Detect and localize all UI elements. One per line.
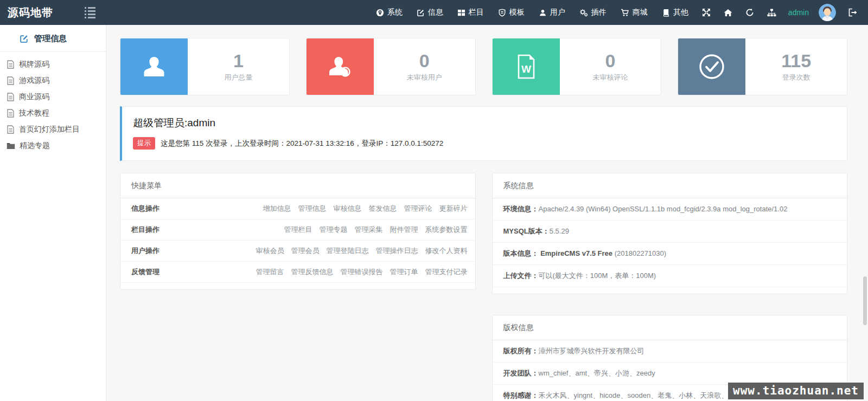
quick-link[interactable]: 审核信息 — [334, 204, 362, 214]
stat-label: 未审核用户 — [407, 73, 442, 82]
quick-menu-row-info: 信息操作 增加信息 管理信息 审核信息 签发信息 管理评论 更新碎片 — [120, 198, 475, 219]
stat-card-login-count[interactable]: 115 登录次数 — [678, 38, 847, 95]
check-circle-icon — [678, 38, 745, 95]
system-info-row-mysql: MYSQL版本：5.5.29 — [493, 221, 847, 243]
file-text-icon — [7, 125, 15, 134]
quick-link[interactable]: 管理订单 — [390, 267, 418, 277]
scrollbar-thumb[interactable] — [863, 276, 867, 325]
home-icon — [724, 9, 732, 17]
stat-value: 1 — [233, 51, 244, 71]
sidebar-item-qipai[interactable]: 棋牌源码 — [0, 56, 106, 73]
topbar: 源码地带 系统 信息 栏目 模板 — [0, 0, 868, 25]
quick-link[interactable]: 管理会员 — [291, 246, 320, 256]
folder-icon — [7, 142, 15, 150]
cart-icon — [621, 9, 629, 17]
user-icon — [539, 9, 547, 17]
sidebar-header-manage-info[interactable]: 管理信息 — [0, 25, 106, 52]
quick-menu-title: 快捷菜单 — [120, 173, 475, 198]
quick-menu-panel: 快捷菜单 信息操作 增加信息 管理信息 审核信息 签发信息 管理评论 更新碎片 — [120, 173, 476, 290]
quick-link[interactable]: 管理栏目 — [284, 225, 312, 235]
quick-link[interactable]: 审核会员 — [256, 246, 284, 256]
file-text-icon — [7, 109, 15, 118]
quick-link[interactable]: 修改个人资料 — [425, 246, 468, 256]
sitemap-button[interactable] — [761, 0, 783, 25]
admin-username[interactable]: admin — [783, 8, 814, 17]
copyright-title: 版权信息 — [493, 315, 847, 340]
nav-item-columns[interactable]: 栏目 — [450, 0, 491, 25]
quick-menu-row-column: 栏目操作 管理栏目 管理专题 管理采集 附件管理 系统参数设置 — [120, 219, 475, 241]
sitemap-icon — [767, 9, 776, 17]
quick-link[interactable]: 管理采集 — [355, 225, 383, 235]
svg-text:W: W — [521, 63, 531, 75]
site-watermark: www.tiaozhuan.net — [728, 383, 864, 399]
nav-item-mall[interactable]: 商城 — [614, 0, 655, 25]
quick-link[interactable]: 签发信息 — [369, 204, 397, 214]
sidebar-item-huandeng[interactable]: 首页幻灯添加栏目 — [0, 121, 106, 138]
file-w-icon: W — [493, 38, 560, 95]
arrows-expand-icon — [702, 8, 711, 17]
sidebar-item-shangye[interactable]: 商业源码 — [0, 89, 106, 105]
quick-link[interactable]: 管理信息 — [298, 204, 327, 214]
quick-link[interactable]: 管理操作日志 — [376, 246, 418, 256]
copyright-row-team: 开发团队：wm_chief、amt、帝兴、小游、zeedy — [493, 363, 847, 385]
edit-icon — [417, 9, 425, 17]
quick-link[interactable]: 管理专题 — [320, 225, 348, 235]
file-text-icon — [7, 93, 15, 101]
quick-link[interactable]: 管理留言 — [256, 267, 284, 277]
quick-menu-row-user: 用户操作 审核会员 管理会员 管理登陆日志 管理操作日志 修改个人资料 — [120, 241, 475, 262]
home-button[interactable] — [717, 0, 739, 25]
welcome-title: 超级管理员:admin — [133, 116, 836, 130]
refresh-button[interactable] — [739, 0, 761, 25]
stat-card-pending-comments[interactable]: W 0 未审核评论 — [492, 38, 662, 95]
nav-item-other[interactable]: 其他 — [655, 0, 695, 25]
quick-link[interactable]: 管理支付记录 — [425, 267, 468, 277]
stat-label: 用户总量 — [224, 73, 252, 82]
user-plus-icon — [307, 38, 374, 95]
system-info-row-env: 环境信息：Apache/2.4.39 (Win64) OpenSSL/1.1.1… — [493, 198, 847, 221]
copyright-row-owner: 版权所有：漳州市芗城帝兴软件开发有限公司 — [493, 340, 847, 363]
login-message: 这是您第 115 次登录，上次登录时间：2021-07-31 13:32:16，… — [161, 139, 443, 148]
nav-item-plugins[interactable]: 插件 — [572, 0, 614, 25]
quick-link[interactable]: 管理反馈信息 — [291, 267, 334, 277]
quick-link[interactable]: 更新碎片 — [439, 204, 468, 214]
sidebar-item-youxi[interactable]: 游戏源码 — [0, 73, 106, 89]
nav-item-info[interactable]: 信息 — [410, 0, 450, 25]
main-content: 1 用户总量 0 未审核用户 W 0 未审核评论 — [106, 25, 868, 401]
file-text-icon — [7, 60, 15, 69]
stat-value: 115 — [781, 51, 811, 71]
stat-card-total-users[interactable]: 1 用户总量 — [120, 38, 290, 95]
top-nav: 系统 信息 栏目 模板 用户 — [369, 0, 868, 25]
stat-value: 0 — [605, 51, 615, 71]
edit-square-icon — [20, 34, 29, 43]
quick-link[interactable]: 系统参数设置 — [425, 225, 468, 235]
menu-toggle-icon[interactable] — [81, 4, 99, 22]
system-info-row-version: 版本信息： EmpireCMS v7.5 Free (201802271030) — [493, 243, 847, 265]
nav-item-system[interactable]: 系统 — [369, 0, 410, 25]
stat-label: 未审核评论 — [592, 73, 628, 82]
system-info-title: 系统信息 — [493, 173, 847, 198]
system-info-panel: 系统信息 环境信息：Apache/2.4.39 (Win64) OpenSSL/… — [492, 173, 848, 294]
app-logo[interactable]: 源码地带 — [0, 5, 81, 20]
stat-label: 登录次数 — [782, 73, 810, 82]
nav-item-users[interactable]: 用户 — [532, 0, 572, 25]
quick-link[interactable]: 管理错误报告 — [341, 267, 383, 277]
quick-link[interactable]: 附件管理 — [390, 225, 418, 235]
sidebar-list: 棋牌源码 游戏源码 商业源码 技术教程 首页幻灯添加栏目 精选专题 — [0, 52, 106, 158]
logout-button[interactable] — [840, 0, 868, 25]
user-avatar[interactable] — [819, 4, 836, 21]
shield-icon — [498, 9, 506, 17]
nav-item-template[interactable]: 模板 — [491, 0, 532, 25]
book-icon — [662, 9, 670, 17]
fullscreen-button[interactable] — [695, 0, 717, 25]
welcome-panel: 超级管理员:admin 提示 这是您第 115 次登录，上次登录时间：2021-… — [120, 106, 847, 161]
cogs-icon — [579, 9, 588, 17]
quick-link[interactable]: 管理评论 — [404, 204, 432, 214]
sidebar-item-zhuanti[interactable]: 精选专题 — [0, 138, 106, 154]
quick-link[interactable]: 增加信息 — [263, 204, 291, 214]
quick-link[interactable]: 管理登陆日志 — [327, 246, 369, 256]
sign-out-icon — [848, 8, 857, 17]
stat-card-pending-users[interactable]: 0 未审核用户 — [306, 38, 476, 95]
sidebar-item-jishu[interactable]: 技术教程 — [0, 105, 106, 121]
sidebar: 管理信息 棋牌源码 游戏源码 商业源码 技术教程 首页幻灯添加栏目 — [0, 25, 106, 401]
grid-icon — [457, 9, 465, 17]
